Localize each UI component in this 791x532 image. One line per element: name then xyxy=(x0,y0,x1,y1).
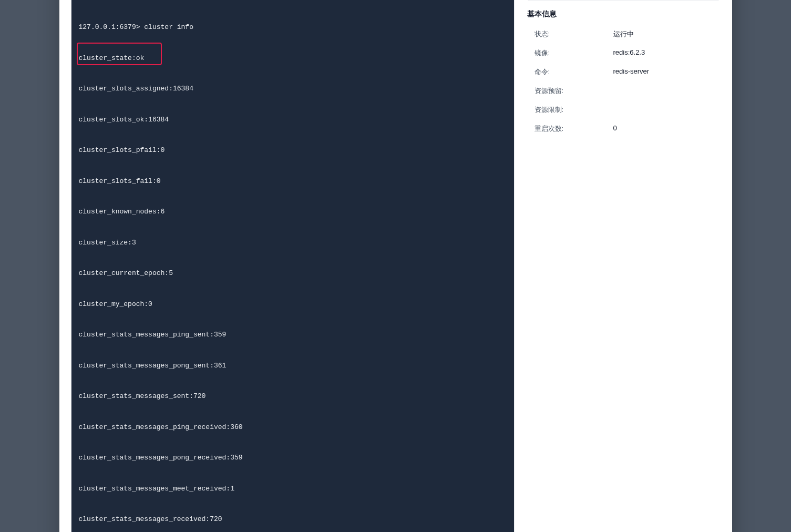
info-row-limit: 资源限制: xyxy=(535,105,718,115)
info-row-image: 镜像: redis:6.2.3 xyxy=(535,48,718,58)
terminal-modal: terminal # redis-cli 127.0.0.1:6379> clu… xyxy=(59,0,732,532)
info-value: 运行中 xyxy=(613,29,634,39)
terminal-line: cluster_size:3 xyxy=(79,238,507,248)
info-row-command: 命令: redis-server xyxy=(535,67,718,77)
terminal-line: cluster_current_epoch:5 xyxy=(79,268,507,279)
info-row-restarts: 重启次数: 0 xyxy=(535,124,718,134)
terminal-line: cluster_my_epoch:0 xyxy=(79,299,507,310)
terminal-line: cluster_stats_messages_pong_sent:361 xyxy=(79,361,507,371)
terminal-line: cluster_stats_messages_meet_received:1 xyxy=(79,484,507,494)
side-panel: container-1ilr93 镜像：redis:6.2.3 基本信息 状态:… xyxy=(526,0,721,532)
info-label: 状态: xyxy=(535,29,613,39)
info-row-status: 状态: 运行中 xyxy=(535,29,718,39)
info-value: 0 xyxy=(613,124,617,134)
info-label: 镜像: xyxy=(535,48,613,58)
container-card[interactable]: container-1ilr93 镜像：redis:6.2.3 xyxy=(526,0,721,1)
terminal-line: cluster_stats_messages_ping_received:360 xyxy=(79,422,507,433)
terminal-line: cluster_stats_messages_ping_sent:359 xyxy=(79,330,507,340)
terminal-line: cluster_state:ok xyxy=(79,53,507,64)
terminal-line: cluster_stats_messages_pong_received:359 xyxy=(79,453,507,463)
terminal-output[interactable]: # redis-cli 127.0.0.1:6379> cluster info… xyxy=(71,0,515,532)
info-section-title: 基本信息 xyxy=(526,8,721,20)
terminal-line: cluster_stats_messages_received:720 xyxy=(79,514,507,525)
info-value: redis:6.2.3 xyxy=(613,48,645,58)
info-row-reserve: 资源预留: xyxy=(535,86,718,96)
info-label: 资源限制: xyxy=(535,105,613,115)
info-label: 命令: xyxy=(535,67,613,77)
info-value: redis-server xyxy=(613,67,650,77)
terminal-line: 127.0.0.1:6379> cluster info xyxy=(79,22,507,33)
info-label: 重启次数: xyxy=(535,124,613,134)
info-list: 状态: 运行中 镜像: redis:6.2.3 命令: redis-server… xyxy=(526,27,721,136)
modal-body: # redis-cli 127.0.0.1:6379> cluster info… xyxy=(59,0,732,532)
terminal-line: cluster_known_nodes:6 xyxy=(79,207,507,217)
terminal-line: # redis-cli xyxy=(79,0,507,2)
terminal-line: cluster_slots_fail:0 xyxy=(79,176,507,187)
terminal-line: cluster_stats_messages_sent:720 xyxy=(79,391,507,402)
terminal-line: cluster_slots_pfail:0 xyxy=(79,145,507,156)
info-label: 资源预留: xyxy=(535,86,613,96)
terminal-line: cluster_slots_assigned:16384 xyxy=(79,84,507,94)
terminal-line: cluster_slots_ok:16384 xyxy=(79,115,507,125)
